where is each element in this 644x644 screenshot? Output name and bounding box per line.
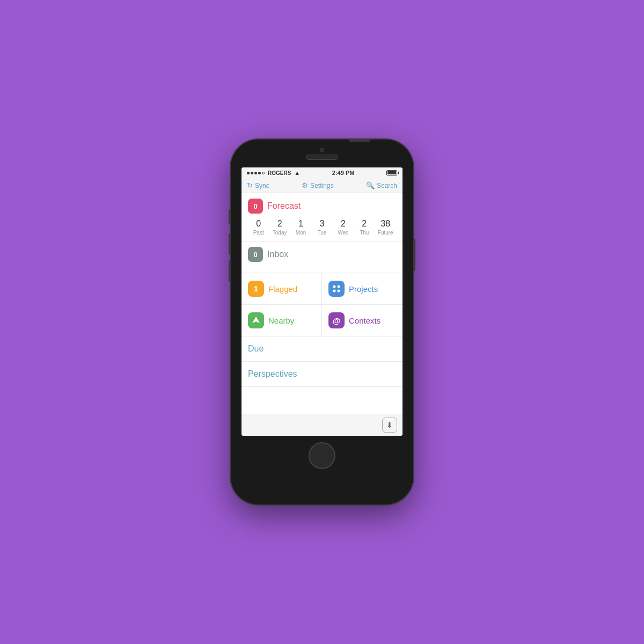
flagged-count: 1 — [254, 284, 258, 293]
day-wed-label: Wed — [338, 230, 348, 236]
day-future-label: Future — [378, 230, 393, 236]
day-past-label: Past — [253, 230, 264, 236]
day-mon: 1 Mon — [290, 219, 311, 236]
status-left: ROGERS ▲ — [247, 170, 300, 176]
carrier-name: ROGERS — [268, 170, 291, 176]
wifi-icon: ▲ — [294, 170, 300, 176]
sleep-button — [413, 239, 415, 271]
volume-up-button — [229, 233, 231, 255]
day-past: 0 Past — [248, 219, 269, 236]
phone-screen: ROGERS ▲ 2:49 PM ↻ Sync ⚙ Settings 🔍 — [241, 167, 402, 436]
day-tue-label: Tue — [318, 230, 327, 236]
flagged-badge: 1 — [248, 281, 264, 297]
due-title: Due — [248, 344, 264, 353]
settings-icon: ⚙ — [302, 181, 308, 189]
inbox-section[interactable]: 0 Inbox — [241, 241, 402, 273]
battery-fill — [387, 171, 396, 174]
mute-button — [229, 209, 231, 224]
inbox-badge: 0 — [248, 247, 263, 262]
battery-icon — [386, 170, 397, 175]
day-wed: 2 Wed — [333, 219, 354, 236]
top-button — [349, 138, 370, 142]
nearby-title: Nearby — [268, 316, 294, 325]
status-bar: ROGERS ▲ 2:49 PM — [241, 167, 402, 178]
flagged-item[interactable]: 1 Flagged — [241, 273, 322, 305]
settings-button[interactable]: ⚙ Settings — [302, 181, 333, 189]
day-mon-count: 1 — [298, 219, 303, 229]
day-thu-count: 2 — [362, 219, 367, 229]
home-button[interactable] — [309, 442, 335, 469]
day-today: 2 Today — [269, 219, 290, 236]
search-button[interactable]: 🔍 Search — [366, 181, 397, 189]
app-content: 0 Forecast 0 Past 2 Today 1 Mon — [241, 193, 402, 414]
search-label: Search — [377, 182, 397, 189]
sync-button[interactable]: ↻ Sync — [247, 181, 269, 189]
search-icon: 🔍 — [366, 181, 375, 189]
projects-title: Projects — [349, 284, 378, 294]
contexts-item[interactable]: @ Contexts — [322, 305, 402, 336]
projects-item[interactable]: Projects — [322, 273, 402, 305]
svg-point-1 — [338, 286, 340, 288]
signal-dot-2 — [251, 172, 253, 174]
forecast-days: 0 Past 2 Today 1 Mon 3 Tue — [248, 219, 396, 236]
day-tue-count: 3 — [320, 219, 325, 229]
inbox-header: 0 Inbox — [248, 247, 396, 262]
contexts-icon: @ — [328, 312, 345, 328]
inbox-title: Inbox — [267, 250, 288, 259]
day-mon-label: Mon — [296, 230, 306, 236]
projects-icon — [328, 281, 345, 297]
forecast-badge: 0 — [248, 199, 263, 214]
inbox-icon-button[interactable]: ⬇ — [382, 418, 397, 433]
signal-dots — [247, 172, 265, 174]
grid-section: 1 Flagged Projects — [241, 273, 402, 336]
day-today-count: 2 — [277, 219, 282, 229]
status-right — [386, 170, 397, 175]
toolbar: ↻ Sync ⚙ Settings 🔍 Search — [241, 178, 402, 193]
svg-marker-4 — [252, 317, 260, 323]
signal-dot-5 — [262, 172, 265, 174]
earpiece-speaker — [306, 155, 338, 160]
svg-point-2 — [333, 290, 336, 292]
front-camera — [320, 148, 324, 152]
day-future-count: 38 — [380, 219, 390, 229]
settings-label: Settings — [310, 182, 333, 189]
day-future: 38 Future — [375, 219, 396, 236]
signal-dot-3 — [254, 172, 257, 174]
forecast-title: Forecast — [267, 201, 301, 211]
day-tue: 3 Tue — [311, 219, 332, 236]
day-thu: 2 Thu — [354, 219, 375, 236]
flagged-title: Flagged — [268, 284, 297, 294]
nearby-icon — [248, 312, 264, 328]
phone-top-area — [231, 140, 413, 160]
contexts-title: Contexts — [349, 316, 380, 325]
sync-label: Sync — [255, 182, 269, 189]
day-wed-count: 2 — [341, 219, 346, 229]
day-today-label: Today — [273, 230, 287, 236]
signal-dot-1 — [247, 172, 250, 174]
forecast-header: 0 Forecast — [248, 199, 396, 214]
perspectives-title: Perspectives — [248, 369, 297, 378]
day-past-count: 0 — [256, 219, 261, 229]
perspectives-item[interactable]: Perspectives — [241, 362, 402, 387]
day-thu-label: Thu — [360, 230, 369, 236]
svg-point-0 — [333, 286, 336, 288]
due-item[interactable]: Due — [241, 336, 402, 362]
signal-dot-4 — [258, 172, 261, 174]
svg-point-3 — [338, 290, 340, 292]
nearby-item[interactable]: Nearby — [241, 305, 322, 336]
phone-frame: ROGERS ▲ 2:49 PM ↻ Sync ⚙ Settings 🔍 — [231, 140, 413, 504]
volume-down-button — [229, 260, 231, 282]
sync-icon: ↻ — [247, 181, 253, 189]
status-time: 2:49 PM — [332, 170, 355, 176]
bottom-bar: ⬇ — [241, 414, 402, 436]
forecast-section[interactable]: 0 Forecast 0 Past 2 Today 1 Mon — [241, 193, 402, 241]
inbox-tray-icon: ⬇ — [386, 421, 393, 429]
